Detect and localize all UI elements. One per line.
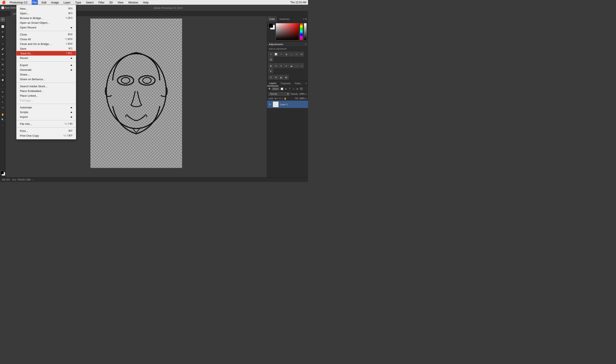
apple-menu[interactable]: 🍎 — [2, 0, 6, 4]
smart-filter-icon[interactable]: ⊞ — [296, 87, 299, 91]
posterize-adj[interactable]: ⬓ — [289, 63, 294, 68]
exposure-adj[interactable]: ◑ — [284, 52, 288, 56]
3d-menu-item[interactable]: 3D — [108, 0, 114, 5]
marquee-tool[interactable]: ⬜ — [0, 24, 5, 29]
color-hue-slider[interactable] — [300, 23, 303, 40]
curves-adj[interactable]: 〜 — [279, 52, 283, 56]
adj-icon-extra-4[interactable]: ◧ — [284, 75, 288, 79]
hue-saturation-adj[interactable]: ⬡ — [294, 52, 299, 56]
threshold-adj[interactable]: ⬛ — [294, 63, 299, 68]
filter-menu-item[interactable]: Filter — [98, 0, 105, 5]
lock-all-icon[interactable]: 🔒 — [284, 97, 286, 100]
layers-panel-menu[interactable]: ≡ — [305, 81, 308, 86]
menu-import[interactable]: Import ▶ — [16, 114, 76, 119]
menu-place-linked[interactable]: Place Linked... — [16, 93, 76, 98]
layer-visibility-eye[interactable]: 👁 — [268, 103, 271, 106]
layers-tab[interactable]: Layers — [267, 81, 278, 86]
lock-position-icon[interactable]: ✛ — [279, 97, 281, 100]
levels-adj[interactable]: 📊 — [274, 52, 278, 56]
lock-pixels-icon[interactable]: ✏ — [277, 97, 278, 100]
canvas[interactable] — [90, 18, 182, 168]
menu-close[interactable]: Close ⌘W — [16, 32, 76, 37]
menu-open-recent[interactable]: Open Recent ▶ — [16, 25, 76, 30]
image-menu-item[interactable]: Image — [50, 0, 60, 5]
layer-menu-item[interactable]: Layer — [63, 0, 71, 5]
crop-tool[interactable]: ⌗ — [0, 41, 5, 46]
color-brightness-slider[interactable] — [304, 23, 307, 40]
menu-new[interactable]: New... ⌘N — [16, 6, 76, 11]
channels-tab[interactable]: Channels — [278, 81, 293, 86]
eyedropper-tool[interactable]: 💉 — [0, 47, 5, 51]
layer-item-1[interactable]: 👁 Layer 1 — [267, 101, 308, 108]
gradient-tool[interactable]: ◼ — [0, 78, 5, 82]
layer-kind-select[interactable]: Kind ▾ — [272, 87, 279, 91]
select-menu-item[interactable]: Select — [85, 0, 94, 5]
help-menu-item[interactable]: Help — [142, 0, 149, 5]
paths-tab[interactable]: Paths — [293, 81, 303, 86]
app-name-menu[interactable]: Photoshop CC — [9, 0, 29, 5]
move-tool[interactable]: ✛ — [0, 17, 5, 22]
menu-share-behance[interactable]: Share on Behance... — [16, 77, 76, 81]
menu-print[interactable]: Print... ⌘P — [16, 129, 76, 133]
status-arrow[interactable]: › — [33, 179, 33, 181]
panel-menu-icon[interactable]: ≫ — [305, 18, 307, 20]
type-filter-icon[interactable]: T — [288, 87, 291, 91]
color-panel-tab[interactable]: Color — [267, 16, 277, 22]
history-brush-tool[interactable]: ↩ — [0, 67, 5, 72]
view-menu-item[interactable]: View — [117, 0, 124, 5]
menu-close-all[interactable]: Close All ⌥⌘W — [16, 37, 76, 41]
menu-generate[interactable]: Generate ▶ — [16, 67, 76, 72]
shape-tool[interactable]: ▭ — [0, 105, 5, 110]
type-tool[interactable]: T — [0, 95, 5, 99]
window-menu-item[interactable]: Window — [127, 0, 139, 5]
color-balance-adj[interactable]: ⊞ — [299, 52, 304, 56]
eraser-tool[interactable]: ◻ — [0, 72, 5, 77]
invert-adj[interactable]: ⊘ — [284, 63, 288, 68]
adjustments-menu-icon[interactable]: ≡ — [305, 43, 306, 45]
filter-toggle[interactable] — [300, 87, 303, 90]
menu-revert[interactable]: Revert ▶ — [16, 56, 76, 60]
channel-mixer-adj[interactable]: ≋ — [274, 63, 278, 68]
menu-open[interactable]: Open... ⌘O — [16, 11, 76, 16]
adj-icon-extra-1[interactable]: ⊟ — [268, 75, 273, 79]
menu-print-one-copy[interactable]: Print One Copy ⌥⇧⌘P — [16, 133, 76, 138]
color-gradient-main[interactable] — [276, 23, 299, 40]
menu-close-bridge[interactable]: Close and Go to Bridge... ⇧⌘W — [16, 41, 76, 46]
healing-tool[interactable]: ⊕ — [0, 52, 5, 56]
panel-collapse-icon[interactable]: ≡ — [303, 18, 304, 20]
lasso-tool[interactable]: ⌀ — [0, 29, 5, 34]
lock-artboard-icon[interactable]: ⤢ — [281, 97, 283, 100]
swatches-panel-tab[interactable]: Swatches — [277, 16, 292, 22]
dodge-tool[interactable]: ○ — [0, 83, 5, 87]
selective-color-adj[interactable]: ◈ — [268, 68, 273, 73]
menu-save[interactable]: Save ⌘S — [16, 46, 76, 51]
lock-transparency-icon[interactable]: ⊞ — [275, 97, 276, 100]
hand-tool[interactable]: ✋ — [0, 112, 5, 117]
menu-scripts[interactable]: Scripts ▶ — [16, 110, 76, 114]
path-selection-tool[interactable]: ↖ — [0, 100, 5, 104]
photo-filter-adj[interactable]: ◉ — [268, 63, 273, 68]
menu-file-info[interactable]: File Info... ⌥⇧⌘I — [16, 121, 76, 126]
zoom-tool[interactable]: 🔍 — [0, 117, 5, 122]
brush-tool[interactable]: ✏ — [0, 57, 5, 62]
gradient-map-adj[interactable]: ▭ — [299, 63, 304, 68]
foreground-color-swatch[interactable] — [0, 171, 4, 174]
color-lookup-adj[interactable]: ⊡ — [279, 63, 283, 68]
menu-browse-bridge[interactable]: Browse in Bridge... ⌥⌘O — [16, 16, 76, 20]
adj-icon-extra-2[interactable]: ⊠ — [274, 75, 278, 79]
stamp-tool[interactable]: ⊞ — [0, 62, 5, 67]
file-menu-item[interactable]: File — [32, 0, 38, 5]
adj-icon-extra-3[interactable]: ⬕ — [279, 75, 283, 79]
adjustment-filter-icon[interactable]: ⊕ — [284, 87, 288, 91]
shape-filter-icon[interactable]: ▭ — [292, 87, 295, 91]
pixel-filter-icon[interactable]: ⬜ — [280, 87, 284, 91]
brightness-contrast-adj[interactable]: ☀ — [268, 52, 273, 56]
color-fg-mini[interactable] — [268, 23, 273, 28]
fg-bg-swatch[interactable] — [0, 171, 5, 176]
menu-search-stock[interactable]: Search Adobe Stock... — [16, 84, 76, 89]
menu-export[interactable]: Export ▶ — [16, 63, 76, 67]
menu-share[interactable]: Share... — [16, 72, 76, 77]
menu-automate[interactable]: Automate ▶ — [16, 105, 76, 110]
vibrance-adj[interactable]: △ — [289, 52, 294, 56]
extra-tools[interactable]: … — [0, 122, 5, 127]
